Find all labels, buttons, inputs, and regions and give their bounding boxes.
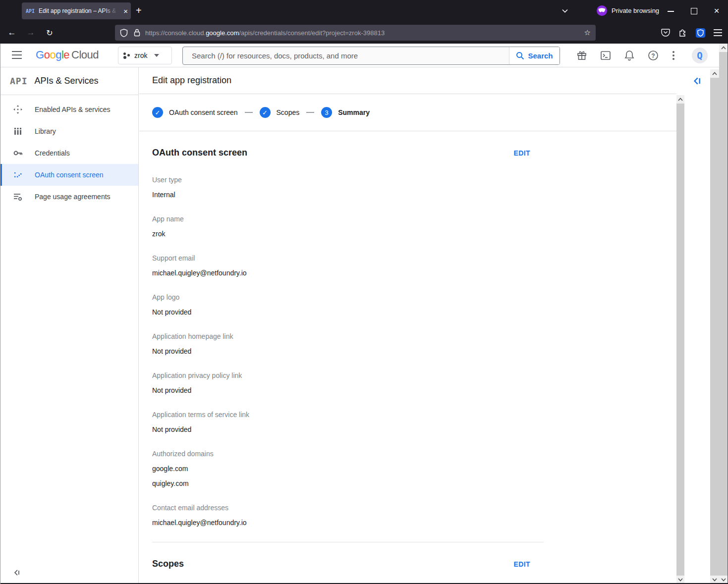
summary-content: OAuth consent screen EDIT User type Inte… [152,148,544,569]
edit-button[interactable]: EDIT [514,149,531,157]
stepper-step[interactable]: ✓ OAuth consent screen [152,107,238,118]
page-title-row: Edit app registration [139,67,676,94]
field-value: quigley.com [152,478,544,488]
panel-collapse-icon[interactable] [693,77,701,85]
window-edge [0,44,0,584]
summary-field: Application privacy policy link Not prov… [152,371,544,395]
api-logo-icon: API [10,76,28,86]
summary-field: App logo Not provided [152,292,544,317]
field-label: Application terms of service link [152,410,544,420]
library-columns-icon [13,126,23,136]
minimize-icon[interactable] [667,7,675,15]
content-scrollbar[interactable] [676,95,684,584]
google-cloud-logo[interactable]: GoogleCloud [36,49,99,61]
edit-button[interactable]: EDIT [514,560,531,568]
reload-icon[interactable]: ↻ [42,28,57,38]
maximize-icon[interactable] [690,7,698,15]
sidebar: API APIs & Services Enabled APIs & servi… [0,67,139,584]
main-content: Edit app registration ✓ OAuth consent sc… [139,67,676,584]
scroll-up-icon[interactable] [676,95,684,104]
field-value: Not provided [152,346,544,356]
step-circle-icon: ✓ [152,107,163,118]
help-icon[interactable]: ? [647,50,659,61]
private-mask-icon [597,5,607,16]
project-selector[interactable]: zrok [118,47,172,64]
tab-list-chevron-icon[interactable] [561,7,569,15]
sidebar-item-library[interactable]: Library [0,120,138,142]
summary-field: Authorized domains google.comquigley.com [152,449,544,488]
sidebar-item-credentials[interactable]: Credentials [0,142,138,164]
page-scrollbar[interactable] [710,69,719,584]
search-input[interactable] [183,47,509,64]
summary-field: App name zrok [152,214,544,239]
sidebar-title: APIs & Services [35,76,99,86]
sidebar-item-enabled-apis-services[interactable]: Enabled APIs & services [0,99,138,120]
browser-tab[interactable]: API Edit app registration – APIs & Se × [22,2,131,19]
navigation-bar: ← → ↻ https://console.cloud.google.com/a… [0,22,728,44]
shield-icon[interactable] [120,29,128,37]
field-label: Application privacy policy link [152,371,544,380]
chevron-down-icon [154,54,159,57]
section-title: OAuth consent screen [152,148,247,158]
scroll-up-icon[interactable] [719,44,728,52]
field-label: Support email [152,253,544,263]
console-menu-hamburger-icon[interactable] [12,51,22,59]
field-value: Not provided [152,385,544,395]
api-favicon-icon: API [26,8,35,14]
list-gear-icon [13,192,23,202]
sidebar-item-oauth-consent-screen[interactable]: OAuth consent screen [0,164,138,186]
project-name: zrok [134,52,147,59]
scroll-up-icon[interactable] [710,69,719,78]
bookmark-star-icon[interactable]: ☆ [584,28,591,37]
summary-field: Support email michael.quigley@netfoundry… [152,253,544,278]
summary-field: Contact email addresses michael.quigley@… [152,503,544,528]
svg-text:?: ? [651,53,655,59]
step-connector [245,112,253,113]
summary-section: Scopes EDIT [152,542,544,569]
avatar[interactable]: Q [692,48,708,63]
search-bar[interactable]: Search [182,47,560,65]
back-icon[interactable]: ← [4,28,20,38]
private-browsing-indicator: Private browsing [597,5,659,16]
url-bar[interactable]: https://console.cloud.google.com/apis/cr… [115,25,596,41]
more-vert-icon[interactable] [672,50,678,61]
field-label: Authorized domains [152,449,544,459]
field-value: michael.quigley@netfoundry.io [152,268,544,278]
bell-icon[interactable] [623,50,635,61]
key-icon [13,148,23,158]
new-tab-button[interactable]: + [136,5,142,16]
field-value: zrok [152,229,544,239]
forward-icon[interactable]: → [23,28,39,38]
gift-icon[interactable] [576,50,588,61]
browser-scrollbar[interactable] [719,44,728,584]
close-icon[interactable]: × [713,7,721,15]
private-browsing-label: Private browsing [612,7,659,14]
lock-icon[interactable] [134,29,140,37]
sidebar-collapse-icon[interactable] [13,569,20,576]
url-text: https://console.cloud.google.com/apis/cr… [145,29,385,37]
pocket-icon[interactable] [661,28,670,37]
field-label: App name [152,214,544,224]
tab-close-icon[interactable]: × [123,7,128,15]
field-value: google.com [152,464,544,474]
sidebar-item-page-usage-agreements[interactable]: Page usage agreements [0,186,138,208]
field-label: App logo [152,292,544,302]
stepper-step[interactable]: 3 Summary [321,107,370,118]
field-label: User type [152,175,544,185]
summary-field: User type Internal [152,175,544,200]
step-circle-icon: 3 [321,107,332,118]
field-label: Contact email addresses [152,503,544,513]
cloud-shell-icon[interactable] [600,50,612,61]
sidebar-nav: Enabled APIs & services Library Credenti… [0,95,138,208]
tab-title-fade [103,2,118,19]
menu-hamburger-icon[interactable] [714,29,722,36]
field-value: Internal [152,190,544,200]
bitwarden-shield-icon[interactable] [696,28,705,38]
compass-arrows-icon [13,105,23,114]
search-button[interactable]: Search [509,47,560,64]
section-title: Scopes [152,559,184,569]
stepper-step[interactable]: ✓ Scopes [260,107,300,118]
field-value: Not provided [152,425,544,434]
extensions-puzzle-icon[interactable] [678,28,687,37]
page-title: Edit app registration [152,75,231,86]
